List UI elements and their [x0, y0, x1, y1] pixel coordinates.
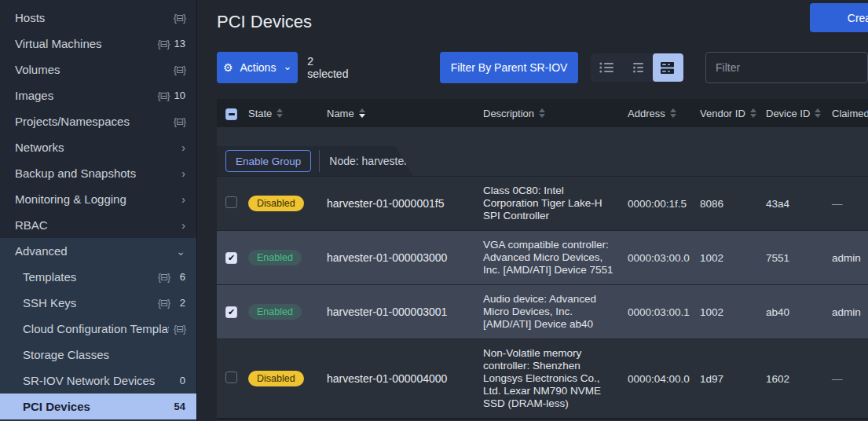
sort-down-arrow — [359, 114, 365, 118]
sort-up-arrow — [670, 108, 676, 112]
column-header-state[interactable]: State — [248, 108, 327, 119]
flat-list-view-icon — [661, 62, 675, 74]
selected-count-text: 2 selected — [307, 55, 352, 80]
row-description: Audio device: Advanced Micro Devices, In… — [483, 285, 628, 339]
sidebar-item-pci-devices[interactable]: PCI Devices54 — [0, 394, 196, 419]
sidebar-item-storage-classes[interactable]: Storage Classes — [0, 342, 196, 368]
sidebar-item-networks[interactable]: Networks› — [0, 134, 196, 160]
sidebar-item-count: 2 — [174, 297, 185, 309]
sort-down-arrow — [539, 114, 545, 118]
filter-input[interactable] — [705, 52, 868, 83]
sidebar-top-list: Hosts{⊟}Virtual Machines{⊟}13Volumes{⊟}I… — [0, 5, 196, 238]
sort-down-arrow — [750, 114, 756, 118]
sidebar-item-templates[interactable]: Templates{⊟}6 — [0, 264, 196, 290]
sort-icon — [359, 108, 365, 118]
sidebar-item-backup-and-snapshots[interactable]: Backup and Snapshots› — [0, 160, 196, 186]
table-row: Enabledharvester-01-000003000VGA compati… — [217, 230, 868, 284]
sidebar-item-images[interactable]: Images{⊟}10 — [0, 82, 196, 108]
sidebar-item-ssh-keys[interactable]: SSH Keys{⊟}2 — [0, 290, 196, 316]
row-name: harvester-01-000003001 — [327, 306, 483, 318]
sidebar-item-label: Templates — [23, 270, 153, 284]
list-view-button[interactable] — [591, 53, 621, 82]
table-row: Non-Volatile memory — [217, 418, 868, 421]
table-header-row: StateNameDescriptionAddressVendor IDDevi… — [217, 99, 868, 127]
row-vendor-id: 8086 — [700, 198, 766, 210]
column-header-label: Device ID — [766, 108, 810, 119]
sidebar-item-label: Hosts — [15, 11, 169, 24]
column-header-label: Vendor ID — [700, 108, 745, 119]
column-header-label: State — [248, 108, 272, 119]
row-description: VGA compatible controller: Advanced Micr… — [483, 231, 628, 284]
sort-down-arrow — [277, 114, 283, 118]
sort-icon — [539, 108, 545, 118]
sidebar-item-monitoring-logging[interactable]: Monitoring & Logging› — [0, 186, 196, 212]
sidebar-item-label: Images — [15, 89, 152, 102]
grouped-view-button[interactable] — [622, 53, 653, 82]
row-device-id: ab40 — [766, 306, 832, 318]
sidebar-item-count: 13 — [174, 38, 185, 49]
row-state-cell: Enabled — [248, 304, 327, 320]
filter-by-parent-sriov-button[interactable]: Filter By Parent SR-IOV — [440, 52, 579, 83]
column-header-address[interactable]: Address — [628, 108, 700, 119]
state-badge: Enabled — [248, 250, 302, 266]
chevron-right-icon: › — [181, 142, 185, 153]
sidebar-item-virtual-machines[interactable]: Virtual Machines{⊟}13 — [0, 31, 196, 57]
column-header-label: Claimed — [832, 108, 868, 119]
state-badge: Enabled — [248, 304, 302, 320]
counter-badge-icon: {⊟} — [157, 90, 169, 101]
sidebar-item-label: Virtual Machines — [15, 37, 152, 50]
column-header-vendor-id[interactable]: Vendor ID — [700, 108, 766, 119]
sidebar-item-label: Cloud Configuration Templates — [23, 322, 169, 335]
column-header-device-id[interactable]: Device ID — [766, 108, 832, 119]
counter-badge-icon: {⊟} — [174, 64, 185, 75]
column-header-name[interactable]: Name — [327, 108, 483, 119]
sidebar-item-count: 10 — [174, 90, 185, 101]
sort-down-arrow — [815, 114, 821, 118]
state-badge: Disabled — [248, 371, 304, 387]
actions-button[interactable]: ⚙ Actions ⌄ — [217, 52, 298, 83]
sidebar-item-hosts[interactable]: Hosts{⊟} — [0, 5, 196, 31]
sidebar-item-sr-iov-network-devices[interactable]: SR-IOV Network Devices0 — [0, 368, 196, 394]
sidebar-item-projects-namespaces[interactable]: Projects/Namespaces{⊟} — [0, 108, 196, 134]
counter-badge-icon: {⊟} — [174, 116, 185, 127]
column-header-description[interactable]: Description — [483, 108, 628, 119]
select-all-checkbox[interactable] — [225, 108, 237, 120]
page-title: PCI Devices — [217, 12, 312, 32]
flat-list-view-button[interactable] — [653, 53, 683, 82]
row-vendor-id: 1002 — [700, 252, 766, 264]
sidebar-item-rbac[interactable]: RBAC› — [0, 212, 196, 238]
create-button[interactable]: Create fr — [810, 3, 868, 32]
row-device-id: 43a4 — [766, 198, 832, 210]
column-header-claimed[interactable]: Claimed — [832, 108, 868, 119]
row-address: 0000:00:1f.5 — [628, 198, 700, 210]
sidebar-item-count: 6 — [174, 271, 185, 283]
sidebar-item-advanced[interactable]: Advanced ⌄ — [0, 238, 196, 264]
grouped-view-icon — [630, 62, 644, 73]
view-mode-toggle — [591, 53, 683, 82]
sort-up-arrow — [539, 108, 545, 112]
row-claimed-by: — — [832, 373, 868, 385]
row-checkbox[interactable] — [225, 196, 237, 208]
row-checkbox[interactable] — [225, 252, 237, 264]
enable-group-button[interactable]: Enable Group — [225, 150, 311, 172]
sidebar-item-cloud-configuration-templates[interactable]: Cloud Configuration Templates{⊟} — [0, 316, 196, 342]
sort-down-arrow — [670, 114, 676, 118]
row-checkbox[interactable] — [225, 306, 237, 318]
row-device-id: 1602 — [766, 373, 832, 385]
sort-up-arrow — [815, 108, 821, 112]
sidebar-item-label: Volumes — [15, 63, 169, 76]
table-row: Disabledharvester-01-000004000Non-Volati… — [217, 339, 868, 418]
chevron-down-icon: ⌄ — [176, 246, 185, 257]
sidebar-item-count: 0 — [174, 375, 185, 386]
row-state-cell: Disabled — [248, 196, 327, 212]
gear-icon: ⚙ — [223, 61, 233, 74]
state-badge: Disabled — [248, 196, 304, 212]
sidebar-item-volumes[interactable]: Volumes{⊟} — [0, 57, 196, 82]
table-rows: Disabledharvester-01-0000001f5Class 0C80… — [217, 176, 868, 421]
row-vendor-id: 1002 — [700, 306, 766, 318]
row-name: harvester-01-000003000 — [327, 251, 483, 264]
row-checkbox[interactable] — [225, 372, 237, 383]
sidebar-item-label: Projects/Namespaces — [15, 115, 169, 128]
sidebar-item-label: Advanced — [15, 244, 171, 258]
actions-label: Actions — [240, 61, 277, 74]
